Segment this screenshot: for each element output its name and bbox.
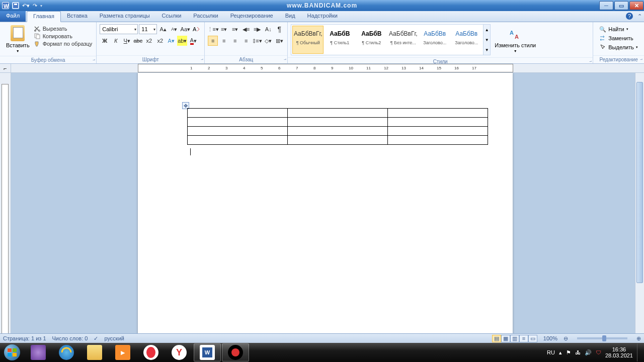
paste-button[interactable]: Вставить ▼ — [3, 24, 33, 54]
view-web[interactable]: ▥ — [510, 335, 519, 342]
align-right-button[interactable]: ≡ — [230, 36, 240, 46]
style-item[interactable]: АаБбВвГг,¶ Без инте... — [387, 26, 419, 54]
table-cell[interactable] — [388, 136, 488, 145]
numbering-button[interactable]: ≡▾ — [219, 24, 229, 34]
style-item[interactable]: АаБбВвГг,¶ Обычный — [292, 26, 324, 54]
tab-review[interactable]: Рецензирование — [224, 11, 279, 22]
page[interactable]: ✥ — [138, 73, 513, 343]
tray-flag-icon[interactable]: ⚑ — [566, 349, 571, 356]
taskbar-bandicam[interactable] — [222, 343, 249, 361]
grow-font-button[interactable]: A▴ — [158, 24, 168, 34]
view-fullscreen[interactable]: ▦ — [501, 335, 510, 342]
tray-lang[interactable]: RU — [547, 349, 555, 355]
subscript-button[interactable]: x2 — [144, 36, 154, 46]
ribbon-minimize-icon[interactable]: ⌃ — [637, 13, 642, 20]
taskbar-yandex[interactable]: Y — [166, 343, 193, 361]
save-icon[interactable] — [12, 2, 19, 9]
change-case-button[interactable]: Aa▾ — [180, 24, 190, 34]
style-item[interactable]: АаБбВ¶ Стиль2 — [356, 26, 387, 54]
font-size-combo[interactable]: 11 — [139, 24, 157, 34]
gallery-down-icon[interactable]: ▼ — [485, 38, 489, 42]
status-spellcheck-icon[interactable]: ✓ — [94, 335, 98, 342]
find-button[interactable]: 🔍Найти▾ — [598, 25, 639, 33]
highlight-button[interactable]: ab▾ — [177, 36, 187, 46]
borders-button[interactable]: ⊞▾ — [274, 36, 284, 46]
scrollbar-thumb[interactable] — [636, 82, 643, 283]
table-cell[interactable] — [188, 118, 288, 127]
show-marks-button[interactable]: ¶ — [274, 24, 284, 34]
clear-format-button[interactable]: A — [191, 24, 201, 34]
table-cell[interactable] — [188, 127, 288, 136]
strikethrough-button[interactable]: abc — [133, 36, 143, 46]
taskbar-word[interactable]: W — [194, 343, 221, 361]
taskbar-opera[interactable] — [137, 343, 165, 361]
status-language[interactable]: русский — [104, 335, 124, 341]
gallery-up-icon[interactable]: ▲ — [485, 28, 489, 32]
tab-home[interactable]: Главная — [27, 11, 61, 22]
increase-indent-button[interactable]: ≡▶ — [252, 24, 262, 34]
tab-layout[interactable]: Разметка страницы — [94, 11, 156, 22]
text-effects-button[interactable]: A▾ — [166, 36, 176, 46]
status-page[interactable]: Страница: 1 из 1 — [3, 335, 46, 341]
decrease-indent-button[interactable]: ◀≡ — [241, 24, 251, 34]
minimize-button[interactable]: ─ — [599, 1, 613, 10]
tray-up-icon[interactable]: ▴ — [559, 349, 562, 356]
tab-view[interactable]: Вид — [279, 11, 301, 22]
vertical-ruler[interactable] — [0, 73, 11, 343]
font-name-combo[interactable]: Calibri — [100, 24, 138, 34]
table-cell[interactable] — [388, 127, 488, 136]
table-cell[interactable] — [288, 109, 388, 118]
vertical-scrollbar[interactable] — [635, 73, 644, 343]
horizontal-ruler[interactable]: ⌐ 1234567891011121314151617 — [0, 64, 644, 73]
copy-button[interactable]: Копировать — [33, 33, 94, 40]
table-cell[interactable] — [388, 118, 488, 127]
table-cell[interactable] — [288, 127, 388, 136]
taskbar-media[interactable]: ▶ — [109, 343, 136, 361]
qat-dropdown-icon[interactable]: ▾ — [40, 4, 42, 8]
table-cell[interactable] — [188, 136, 288, 145]
align-left-button[interactable]: ≡ — [208, 36, 218, 46]
tab-selector[interactable]: ⌐ — [0, 64, 11, 72]
style-item[interactable]: АаБбВ¶ Стиль1 — [324, 26, 355, 54]
tab-addins[interactable]: Надстройки — [301, 11, 344, 22]
sort-button[interactable]: A↓ — [263, 24, 273, 34]
view-outline[interactable]: ≡ — [519, 335, 528, 342]
redo-icon[interactable]: ↷ — [33, 3, 37, 9]
tray-clock[interactable]: 16:36 28.03.2021 — [605, 346, 633, 358]
line-spacing-button[interactable]: ‡≡▾ — [252, 36, 262, 46]
table-cell[interactable] — [288, 136, 388, 145]
taskbar-ie[interactable] — [53, 343, 80, 361]
zoom-slider[interactable] — [577, 337, 627, 339]
table-cell[interactable] — [388, 109, 488, 118]
zoom-in-button[interactable]: ⊕ — [636, 335, 641, 342]
underline-button[interactable]: Ч▾ — [122, 36, 132, 46]
font-color-button[interactable]: A▾ — [188, 36, 198, 46]
align-center-button[interactable]: ≡ — [219, 36, 229, 46]
format-painter-button[interactable]: Формат по образцу — [33, 40, 94, 47]
status-words[interactable]: Число слов: 0 — [52, 335, 88, 341]
start-button[interactable] — [0, 343, 24, 362]
bullets-button[interactable]: ⋮≡▾ — [208, 24, 218, 34]
cut-button[interactable]: Вырезать — [33, 25, 94, 32]
tab-insert[interactable]: Вставка — [61, 11, 94, 22]
document-table[interactable] — [187, 108, 488, 145]
italic-button[interactable]: К — [111, 36, 121, 46]
table-cell[interactable] — [188, 109, 288, 118]
style-item[interactable]: АаБбВвЗаголово... — [451, 26, 482, 54]
bold-button[interactable]: Ж — [100, 36, 110, 46]
shrink-font-button[interactable]: A▾ — [169, 24, 179, 34]
justify-button[interactable]: ≡ — [241, 36, 251, 46]
superscript-button[interactable]: x2 — [155, 36, 165, 46]
multilevel-button[interactable]: ≡▾ — [230, 24, 240, 34]
styles-gallery[interactable]: АаБбВвГг,¶ ОбычныйАаБбВ¶ Стиль1АаБбВ¶ Ст… — [291, 24, 484, 55]
shading-button[interactable]: ◇▾ — [263, 36, 273, 46]
word-app-icon[interactable]: W — [2, 2, 9, 9]
tray-shield-icon[interactable]: 🛡 — [596, 349, 601, 355]
gallery-more-icon[interactable]: ▼ — [485, 48, 489, 52]
help-icon[interactable]: ? — [626, 13, 633, 20]
replace-button[interactable]: Заменить — [598, 34, 639, 42]
close-button[interactable]: ✕ — [629, 1, 643, 10]
tray-volume-icon[interactable]: 🔊 — [585, 349, 592, 356]
select-button[interactable]: Выделить▾ — [598, 43, 639, 51]
change-styles-button[interactable]: AA Изменить стили ▼ — [491, 25, 540, 55]
